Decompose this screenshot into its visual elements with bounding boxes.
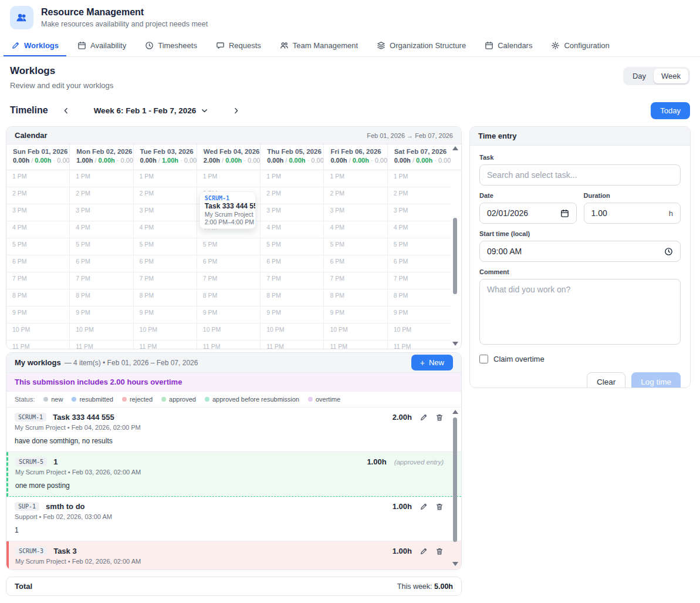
calendar-scrollbar[interactable] xyxy=(451,146,459,346)
hour-cell[interactable]: 4 PM xyxy=(261,221,323,238)
hour-cell[interactable]: 8 PM xyxy=(134,289,197,306)
scroll-down-icon[interactable] xyxy=(452,562,458,566)
tab-calendars[interactable]: Calendars xyxy=(477,35,540,56)
hour-cell[interactable]: 4 PM xyxy=(388,221,451,238)
tab-requests[interactable]: Requests xyxy=(208,35,269,56)
hour-cell[interactable]: 5 PM xyxy=(388,238,451,255)
hour-cell[interactable]: 3 PM xyxy=(70,204,133,221)
hour-cell[interactable]: 1 PM xyxy=(70,170,133,187)
toggle-week[interactable]: Week xyxy=(654,69,688,83)
scroll-up-icon[interactable] xyxy=(452,146,458,150)
hour-cell[interactable]: 8 PM xyxy=(324,289,387,306)
hour-cell[interactable]: 4 PM xyxy=(134,221,197,238)
day-column[interactable]: 1 PM2 PM3 PM4 PM5 PM6 PM7 PM8 PM9 PM10 P… xyxy=(70,170,133,349)
calendar-event[interactable]: SCRUM-1 Task 333 444 555 My Scrum Projec… xyxy=(199,191,256,229)
next-week-button[interactable] xyxy=(228,103,244,118)
start-time-input[interactable]: 09:00 AM xyxy=(479,241,681,262)
tab-organization-structure[interactable]: Organization Structure xyxy=(369,35,474,56)
day-column[interactable]: 1 PM2 PM3 PM4 PM5 PM6 PM7 PM8 PM9 PM10 P… xyxy=(388,170,451,349)
hour-cell[interactable]: 11 PM xyxy=(324,341,387,349)
hour-cell[interactable]: 2 PM xyxy=(70,187,133,204)
hour-cell[interactable]: 6 PM xyxy=(324,255,387,272)
hour-cell[interactable]: 5 PM xyxy=(134,238,197,255)
hour-cell[interactable]: 8 PM xyxy=(70,289,133,306)
hour-cell[interactable]: 7 PM xyxy=(134,272,197,289)
hour-cell[interactable]: 9 PM xyxy=(197,306,260,324)
hour-cell[interactable]: 7 PM xyxy=(197,272,260,289)
edit-entry-button[interactable] xyxy=(420,503,428,511)
hour-cell[interactable]: 2 PM xyxy=(261,187,323,204)
hour-cell[interactable]: 10 PM xyxy=(261,324,323,341)
day-column[interactable]: 1 PM2 PM3 PM4 PM5 PM6 PM7 PM8 PM9 PM10 P… xyxy=(6,170,70,349)
hour-cell[interactable]: 11 PM xyxy=(261,341,323,349)
tab-timesheets[interactable]: Timesheets xyxy=(137,35,205,56)
duration-input[interactable]: 1.00 h xyxy=(584,203,681,224)
hour-cell[interactable]: 10 PM xyxy=(134,324,197,341)
hour-cell[interactable]: 11 PM xyxy=(388,341,451,349)
claim-overtime-checkbox[interactable] xyxy=(479,355,488,363)
tab-worklogs[interactable]: Worklogs xyxy=(4,35,66,56)
hour-cell[interactable]: 3 PM xyxy=(134,204,197,221)
task-search-input[interactable] xyxy=(479,164,681,186)
hour-cell[interactable]: 6 PM xyxy=(197,255,260,272)
hour-cell[interactable]: 1 PM xyxy=(134,170,197,187)
prev-week-button[interactable] xyxy=(59,103,74,118)
toggle-day[interactable]: Day xyxy=(625,69,654,83)
delete-entry-button[interactable] xyxy=(435,547,444,555)
date-input[interactable]: 02/01/2026 xyxy=(479,203,577,224)
day-column[interactable]: 1 PM2 PM3 PM4 PM5 PM6 PM7 PM8 PM9 PM10 P… xyxy=(324,170,387,349)
hour-cell[interactable]: 2 PM xyxy=(6,187,69,204)
hour-cell[interactable]: 6 PM xyxy=(6,255,69,272)
week-selector[interactable]: Week 6: Feb 1 - Feb 7, 2026 xyxy=(88,103,215,118)
hour-cell[interactable]: 1 PM xyxy=(388,170,451,187)
hour-cell[interactable]: 5 PM xyxy=(197,238,260,255)
scrollbar-thumb[interactable] xyxy=(453,218,457,294)
hour-cell[interactable]: 2 PM xyxy=(134,187,197,204)
scrollbar-thumb[interactable] xyxy=(453,417,457,542)
today-button[interactable]: Today xyxy=(651,102,690,119)
hour-cell[interactable]: 1 PM xyxy=(324,170,387,187)
hour-cell[interactable]: 11 PM xyxy=(6,341,69,349)
day-column[interactable]: 1 PM2 PM3 PM4 PM5 PM6 PM7 PM8 PM9 PM10 P… xyxy=(261,170,324,349)
delete-entry-button[interactable] xyxy=(435,413,444,422)
log-time-button[interactable]: Log time xyxy=(631,372,681,388)
hour-cell[interactable]: 7 PM xyxy=(6,272,69,289)
new-worklog-button[interactable]: + New xyxy=(411,355,453,370)
hour-cell[interactable]: 6 PM xyxy=(134,255,197,272)
hour-cell[interactable]: 3 PM xyxy=(324,204,387,221)
edit-entry-button[interactable] xyxy=(420,547,428,555)
day-column[interactable]: 1 PM2 PM3 PM4 PM5 PM6 PM7 PM8 PM9 PM10 P… xyxy=(197,170,261,349)
hour-cell[interactable]: 2 PM xyxy=(388,187,451,204)
hour-cell[interactable]: 7 PM xyxy=(388,272,451,289)
tab-team-management[interactable]: Team Management xyxy=(272,35,366,56)
scroll-down-icon[interactable] xyxy=(452,342,458,346)
comment-textarea[interactable] xyxy=(479,279,681,345)
hour-cell[interactable]: 3 PM xyxy=(261,204,323,221)
delete-entry-button[interactable] xyxy=(435,503,444,511)
hour-cell[interactable]: 9 PM xyxy=(324,306,387,324)
hour-cell[interactable]: 10 PM xyxy=(70,324,133,341)
hour-cell[interactable]: 5 PM xyxy=(6,238,69,255)
hour-cell[interactable]: 7 PM xyxy=(261,272,323,289)
hour-cell[interactable]: 9 PM xyxy=(261,306,323,324)
hour-cell[interactable]: 5 PM xyxy=(261,238,323,255)
day-column[interactable]: 1 PM2 PM3 PM4 PM5 PM6 PM7 PM8 PM9 PM10 P… xyxy=(134,170,197,349)
hour-cell[interactable]: 8 PM xyxy=(388,289,451,306)
hour-cell[interactable]: 10 PM xyxy=(6,324,69,341)
hour-cell[interactable]: 4 PM xyxy=(6,221,69,238)
scroll-up-icon[interactable] xyxy=(452,410,458,414)
hour-cell[interactable]: 3 PM xyxy=(6,204,69,221)
tab-configuration[interactable]: Configuration xyxy=(543,35,617,56)
edit-entry-button[interactable] xyxy=(420,413,428,422)
hour-cell[interactable]: 6 PM xyxy=(388,255,451,272)
hour-cell[interactable]: 9 PM xyxy=(134,306,197,324)
hour-cell[interactable]: 3 PM xyxy=(388,204,451,221)
hour-cell[interactable]: 8 PM xyxy=(6,289,69,306)
hour-cell[interactable]: 11 PM xyxy=(70,341,133,349)
worklogs-scrollbar[interactable] xyxy=(451,410,459,566)
hour-cell[interactable]: 1 PM xyxy=(6,170,69,187)
hour-cell[interactable]: 4 PM xyxy=(324,221,387,238)
hour-cell[interactable]: 11 PM xyxy=(197,341,260,349)
hour-cell[interactable]: 8 PM xyxy=(197,289,260,306)
hour-cell[interactable]: 8 PM xyxy=(261,289,323,306)
